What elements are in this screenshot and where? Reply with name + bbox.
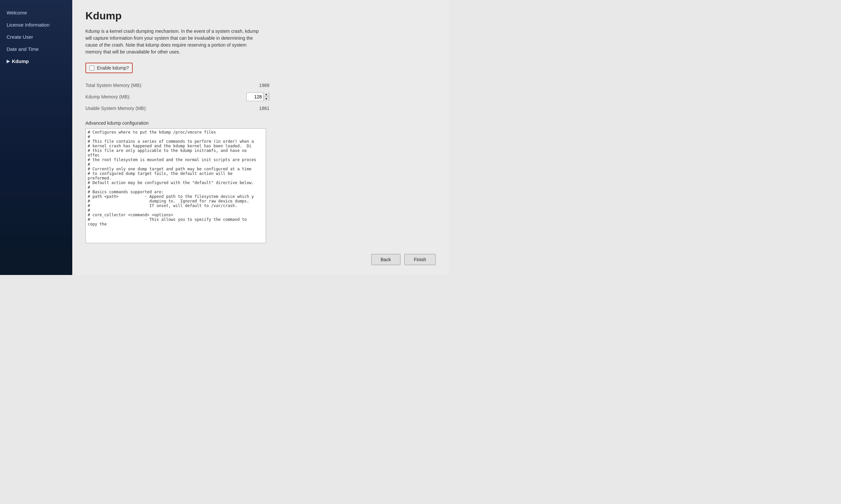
spinner-buttons: ▲ ▼ <box>263 92 269 101</box>
sidebar-item-label: Date and Time <box>6 46 39 52</box>
config-textarea[interactable] <box>86 129 260 237</box>
finish-button[interactable]: Finish <box>405 254 435 265</box>
advanced-section: Advanced kdump configuration <box>85 121 435 243</box>
kdump-memory-spinner: ▲ ▼ <box>246 92 269 101</box>
sidebar-item-label: Create User <box>6 34 33 40</box>
enable-kdump-label[interactable]: Enable kdump? <box>97 65 129 71</box>
sidebar-item-date-time[interactable]: Date and Time <box>0 43 72 55</box>
main-content: Kdump Kdump is a kernel crash dumping me… <box>72 0 449 275</box>
sidebar-item-label: Welcome <box>6 10 27 15</box>
sidebar-item-license[interactable]: License Information <box>0 19 72 31</box>
page-description: Kdump is a kernel crash dumping mechanis… <box>85 28 263 55</box>
spinner-down-button[interactable]: ▼ <box>263 97 269 101</box>
back-button[interactable]: Back <box>371 254 400 265</box>
memory-table: Total System Memory (MB): 1989 Kdump Mem… <box>85 80 269 113</box>
kdump-memory-value: ▲ ▼ <box>204 90 269 103</box>
advanced-label: Advanced kdump configuration <box>85 121 435 126</box>
enable-kdump-checkbox[interactable] <box>89 66 94 71</box>
sidebar: WelcomeLicense InformationCreate UserDat… <box>0 0 72 275</box>
sidebar-item-label: License Information <box>6 22 50 28</box>
bottom-bar: Back Finish <box>371 254 435 265</box>
config-textarea-wrapper <box>85 128 266 243</box>
kdump-memory-label: Kdump Memory (MB): <box>85 90 204 103</box>
sidebar-item-welcome[interactable]: Welcome <box>0 6 72 19</box>
sidebar-item-kdump[interactable]: ▶Kdump <box>0 55 72 67</box>
usable-memory-value: 1861 <box>204 103 269 113</box>
enable-kdump-row: Enable kdump? <box>85 63 133 73</box>
total-memory-value: 1989 <box>204 80 269 90</box>
table-row: Kdump Memory (MB): ▲ ▼ <box>85 90 269 103</box>
total-memory-label: Total System Memory (MB): <box>85 80 204 90</box>
usable-memory-label: Usable System Memory (MB): <box>85 103 204 113</box>
spinner-up-button[interactable]: ▲ <box>263 92 269 97</box>
sidebar-item-create-user[interactable]: Create User <box>0 31 72 43</box>
arrow-icon: ▶ <box>6 59 10 64</box>
sidebar-item-label: Kdump <box>12 58 29 64</box>
page-title: Kdump <box>85 10 435 22</box>
table-row: Total System Memory (MB): 1989 <box>85 80 269 90</box>
kdump-memory-input[interactable] <box>247 93 263 101</box>
table-row: Usable System Memory (MB): 1861 <box>85 103 269 113</box>
